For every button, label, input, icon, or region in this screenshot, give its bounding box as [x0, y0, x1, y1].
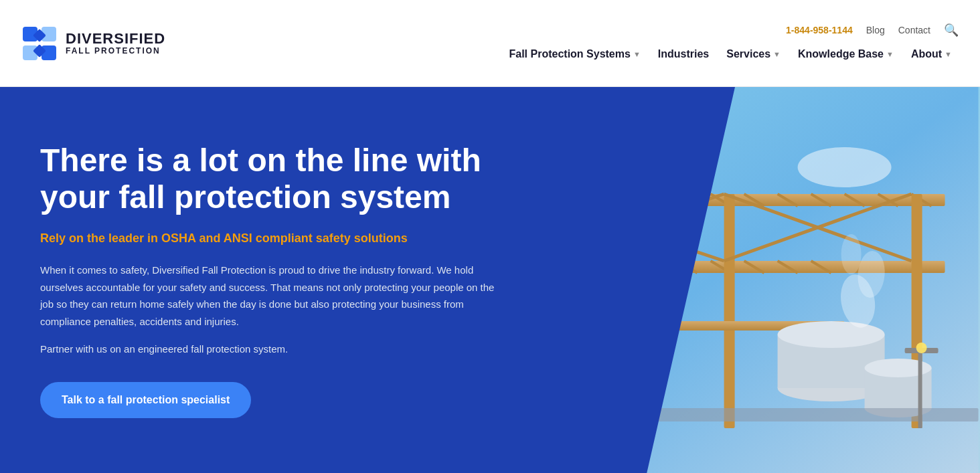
nav-services[interactable]: Services ▼ [720, 44, 787, 64]
logo-icon [21, 25, 58, 62]
hero-heading: There is a lot on the line with your fal… [40, 142, 509, 215]
chevron-down-icon: ▼ [886, 50, 894, 58]
hero-subtitle: Rely on the leader in OSHA and ANSI comp… [40, 231, 688, 246]
svg-point-46 [777, 321, 884, 348]
hero-body2-text: Partner with us on an engineered fall pr… [40, 341, 495, 358]
chevron-down-icon: ▼ [945, 50, 952, 58]
hero-body-text: When it comes to safety, Diversified Fal… [40, 262, 495, 330]
search-icon[interactable]: 🔍 [944, 23, 959, 37]
chevron-down-icon: ▼ [773, 50, 781, 58]
main-nav: Fall Protection Systems ▼ Industries Ser… [503, 44, 959, 64]
contact-link[interactable]: Contact [898, 25, 930, 35]
hero-section: There is a lot on the line with your fal… [0, 87, 980, 473]
nav-knowledge-base[interactable]: Knowledge Base ▼ [791, 44, 900, 64]
svg-rect-37 [724, 194, 734, 428]
hero-content-panel: There is a lot on the line with your fal… [0, 87, 735, 473]
svg-point-52 [841, 234, 861, 274]
nav-about[interactable]: About ▼ [904, 44, 959, 64]
header-right: 1-844-958-1144 Blog Contact 🔍 Fall Prote… [503, 23, 959, 64]
logo-brand: DIVERSIFIED [66, 31, 165, 47]
svg-rect-54 [918, 348, 922, 428]
blog-link[interactable]: Blog [866, 25, 885, 35]
top-links: 1-844-958-1144 Blog Contact 🔍 [786, 23, 959, 37]
nav-fall-protection-systems[interactable]: Fall Protection Systems ▼ [503, 44, 647, 64]
logo[interactable]: DIVERSIFIED FALL PROTECTION [21, 25, 165, 62]
site-header: DIVERSIFIED FALL PROTECTION 1-844-958-11… [0, 0, 980, 87]
svg-point-10 [797, 147, 891, 187]
phone-number[interactable]: 1-844-958-1144 [786, 25, 853, 35]
chevron-down-icon: ▼ [633, 50, 641, 58]
logo-text: DIVERSIFIED FALL PROTECTION [66, 31, 165, 56]
svg-point-56 [916, 343, 926, 353]
logo-sub: FALL PROTECTION [66, 47, 165, 56]
cta-button[interactable]: Talk to a fall protection specialist [40, 382, 251, 418]
nav-industries[interactable]: Industries [651, 44, 716, 64]
